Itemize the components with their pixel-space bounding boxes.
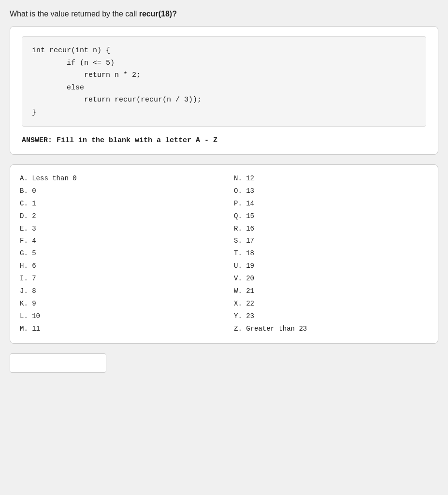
list-item: J. 8: [20, 285, 214, 298]
list-item: H. 6: [20, 260, 214, 273]
list-item: G. 5: [20, 248, 214, 260]
list-item: W. 21: [234, 285, 428, 298]
list-item: K. 9: [20, 298, 214, 310]
list-item: O. 13: [234, 185, 428, 198]
list-item: S. 17: [234, 235, 428, 248]
list-item: U. 19: [234, 260, 428, 273]
list-item: D. 2: [20, 210, 214, 223]
list-item: N. 12: [234, 173, 428, 185]
list-item: T. 18: [234, 248, 428, 260]
choices-right-column: N. 12O. 13P. 14Q. 15R. 16S. 17T. 18U. 19…: [224, 173, 428, 335]
list-item: R. 16: [234, 223, 428, 235]
code-answer-box: int recur(int n) { if (n <= 5) return n …: [10, 26, 438, 155]
list-item: A. Less than 0: [20, 173, 214, 185]
list-item: V. 20: [234, 273, 428, 285]
list-item: I. 7: [20, 273, 214, 285]
list-item: Q. 15: [234, 210, 428, 223]
answer-input-box[interactable]: [10, 353, 106, 373]
list-item: L. 10: [20, 310, 214, 323]
list-item: X. 22: [234, 298, 428, 310]
choices-left-column: A. Less than 0B. 0C. 1D. 2E. 3F. 4G. 5H.…: [20, 173, 224, 335]
list-item: B. 0: [20, 185, 214, 198]
list-item: E. 3: [20, 223, 214, 235]
code-block: int recur(int n) { if (n <= 5) return n …: [22, 36, 426, 127]
answer-prompt: ANSWER: Fill in the blank with a letter …: [22, 136, 426, 145]
list-item: F. 4: [20, 235, 214, 248]
page-container: What is the value returned by the call r…: [10, 10, 438, 373]
question-bold: recur(18)?: [139, 10, 177, 18]
question-text: What is the value returned by the call r…: [10, 10, 438, 18]
list-item: Y. 23: [234, 310, 428, 323]
list-item: Z. Greater than 23: [234, 323, 428, 335]
choices-box: A. Less than 0B. 0C. 1D. 2E. 3F. 4G. 5H.…: [10, 164, 438, 344]
list-item: M. 11: [20, 323, 214, 335]
list-item: P. 14: [234, 198, 428, 210]
list-item: C. 1: [20, 198, 214, 210]
question-prefix: What is the value returned by the call: [10, 10, 139, 18]
